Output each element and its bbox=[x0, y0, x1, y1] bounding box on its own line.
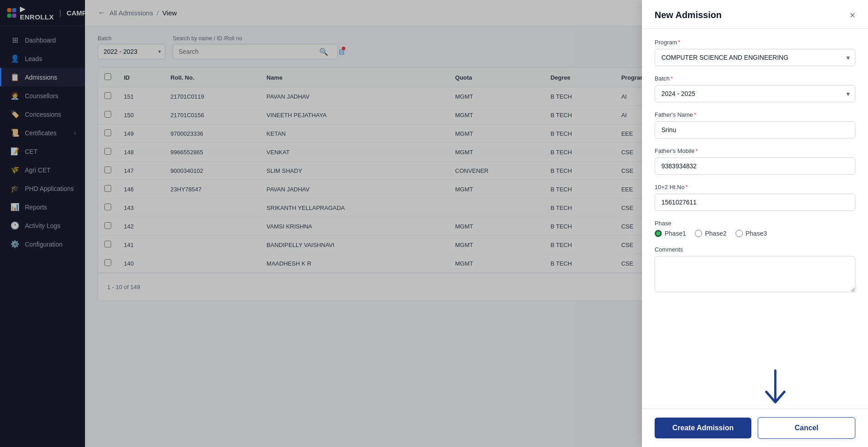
phase3-label: Phase3 bbox=[745, 230, 767, 237]
modal-header: New Admission × bbox=[642, 0, 868, 29]
ht-no-field-group: 10+2 Ht.No* bbox=[655, 184, 855, 211]
batch-field-group: Batch* 2022 - 2023 2023 - 2024 2024 - 20… bbox=[655, 75, 855, 102]
ht-no-input[interactable] bbox=[655, 194, 855, 211]
modal-close-button[interactable]: × bbox=[849, 10, 855, 20]
phase3-radio[interactable] bbox=[736, 230, 743, 237]
phase2-radio-item[interactable]: Phase2 bbox=[695, 230, 726, 237]
phase1-radio-item[interactable]: Phase1 bbox=[655, 230, 686, 237]
program-select[interactable]: COMPUTER SCIENCE AND ENGINEERING ELECTRI… bbox=[655, 49, 855, 66]
phase1-label: Phase1 bbox=[665, 230, 686, 237]
phase-label: Phase bbox=[655, 220, 855, 227]
father-mobile-label: Father's Mobile* bbox=[655, 147, 855, 154]
program-field-group: Program* COMPUTER SCIENCE AND ENGINEERIN… bbox=[655, 39, 855, 66]
phase1-radio[interactable] bbox=[655, 230, 662, 237]
father-name-label: Father's Name* bbox=[655, 111, 855, 118]
phase-field-group: Phase Phase1 Phase2 Phase3 bbox=[655, 220, 855, 237]
comments-label: Comments bbox=[655, 246, 855, 253]
program-select-wrapper: COMPUTER SCIENCE AND ENGINEERING ELECTRI… bbox=[655, 49, 855, 66]
cancel-button[interactable]: Cancel bbox=[758, 417, 855, 439]
modal-body: Program* COMPUTER SCIENCE AND ENGINEERIN… bbox=[642, 29, 868, 409]
comments-textarea[interactable] bbox=[655, 256, 855, 292]
phase2-label: Phase2 bbox=[705, 230, 726, 237]
father-mobile-field-group: Father's Mobile* bbox=[655, 147, 855, 175]
father-name-field-group: Father's Name* bbox=[655, 111, 855, 138]
batch-field-label: Batch* bbox=[655, 75, 855, 82]
ht-no-label: 10+2 Ht.No* bbox=[655, 184, 855, 190]
batch-field-select-wrapper: 2022 - 2023 2023 - 2024 2024 - 2025 bbox=[655, 85, 855, 102]
modal-title: New Admission bbox=[655, 10, 722, 20]
phase-radio-group: Phase1 Phase2 Phase3 bbox=[655, 230, 855, 237]
program-label: Program* bbox=[655, 39, 855, 46]
create-admission-button[interactable]: Create Admission bbox=[655, 418, 751, 438]
phase3-radio-item[interactable]: Phase3 bbox=[736, 230, 767, 237]
batch-field-select[interactable]: 2022 - 2023 2023 - 2024 2024 - 2025 bbox=[655, 85, 855, 102]
father-name-input[interactable] bbox=[655, 121, 855, 138]
modal-footer: Create Admission Cancel bbox=[642, 409, 868, 447]
new-admission-modal: New Admission × Program* COMPUTER SCIENC… bbox=[642, 0, 868, 447]
father-mobile-input[interactable] bbox=[655, 157, 855, 175]
phase2-radio[interactable] bbox=[695, 230, 702, 237]
comments-field-group: Comments bbox=[655, 246, 855, 294]
